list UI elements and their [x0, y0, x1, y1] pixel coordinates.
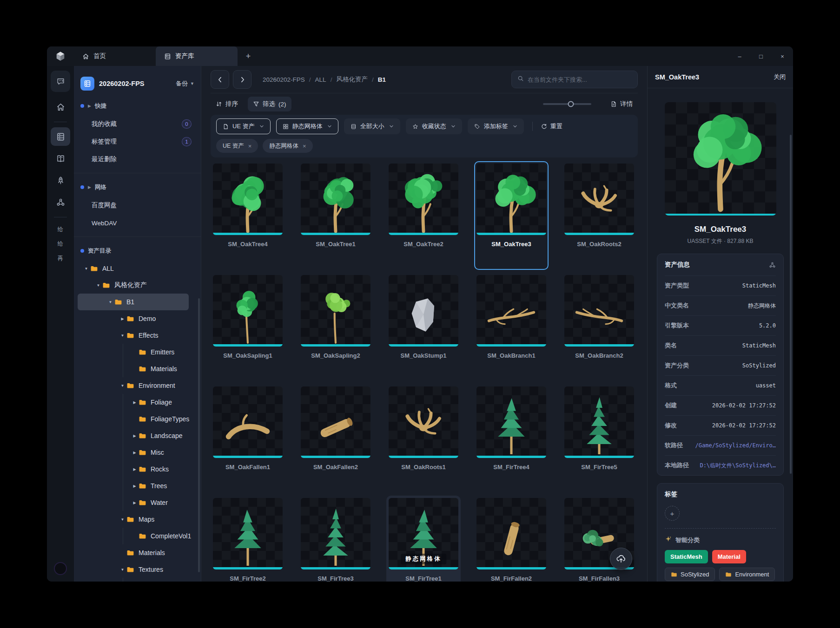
- tree-item-Materials[interactable]: Materials: [78, 544, 189, 561]
- asset-card-SM_OakTree3[interactable]: SM_OakTree3: [474, 161, 549, 270]
- asset-card-SM_OakFallen2[interactable]: SM_OakFallen2: [298, 384, 373, 493]
- asset-card-SM_OakBranch2[interactable]: SM_OakBranch2: [562, 273, 636, 381]
- tree-item-风格化资产[interactable]: ▼风格化资产: [78, 277, 189, 294]
- asset-card-SM_OakSapling1[interactable]: SM_OakSapling1: [211, 273, 285, 381]
- home-rail-button[interactable]: [51, 98, 70, 116]
- asset-card-SM_OakRoots2[interactable]: SM_OakRoots2: [562, 161, 636, 270]
- tree-item-Landscape[interactable]: ▶Landscape: [78, 427, 189, 444]
- tree-caret-icon[interactable]: ▼: [119, 384, 126, 388]
- thumbnail-size-slider[interactable]: [543, 103, 591, 105]
- asset-card-SM_OakTree2[interactable]: SM_OakTree2: [386, 161, 461, 270]
- tree-item-FoliageTypes[interactable]: FoliageTypes: [78, 411, 189, 427]
- info-value[interactable]: /Game/SoStylized/Enviro…: [688, 442, 776, 449]
- asset-card-SM_OakTree1[interactable]: SM_OakTree1: [298, 161, 373, 270]
- section-header[interactable]: ▶快捷: [74, 97, 201, 115]
- tree-caret-icon[interactable]: ▶: [131, 484, 139, 488]
- remove-chip-icon[interactable]: ×: [248, 143, 252, 150]
- rail-label-2[interactable]: 给: [58, 240, 64, 248]
- tree-caret-icon[interactable]: ▼: [94, 283, 102, 288]
- tree-caret-icon[interactable]: ▶: [131, 501, 139, 505]
- tree-item-Textures[interactable]: ▼Textures: [78, 561, 189, 578]
- network-share-button[interactable]: [51, 193, 70, 211]
- filter-size-button[interactable]: 全部大小: [344, 118, 400, 134]
- back-button[interactable]: [211, 70, 229, 89]
- tree-item-B1[interactable]: ▼B1: [78, 294, 189, 310]
- tree-caret-icon[interactable]: ▶: [131, 400, 139, 405]
- asset-library-rail-button[interactable]: [51, 127, 70, 146]
- tree-item-Materials[interactable]: Materials: [78, 360, 189, 377]
- smart-tag-SoStylized[interactable]: SoStylized: [665, 568, 715, 581]
- section-header[interactable]: ▶网络: [74, 178, 201, 196]
- asset-card-SM_FirTree4[interactable]: SM_FirTree4: [474, 384, 549, 493]
- rocket-button[interactable]: [51, 171, 70, 190]
- backup-dropdown[interactable]: 备份▼: [176, 79, 194, 88]
- asset-card-SM_OakTree4[interactable]: SM_OakTree4: [211, 161, 285, 270]
- tree-item-Effects[interactable]: ▼Effects: [78, 327, 189, 344]
- filter-chip[interactable]: 静态网格体×: [263, 139, 312, 153]
- relations-icon[interactable]: [769, 262, 776, 268]
- breadcrumb-item[interactable]: 风格化资产: [336, 75, 368, 84]
- filter-button[interactable]: 筛选 (2): [248, 97, 291, 111]
- asset-card-SM_OakRoots1[interactable]: SM_OakRoots1: [386, 384, 461, 493]
- tree-item-Trees[interactable]: ▶Trees: [78, 478, 189, 494]
- filter-chip[interactable]: UE 资产×: [216, 139, 258, 153]
- info-value[interactable]: D:\临时文件\SoStylized\…: [694, 462, 776, 470]
- tree-caret-icon[interactable]: ▼: [82, 267, 90, 271]
- tree-caret-icon[interactable]: ▶: [131, 451, 139, 455]
- tree-item-Rocks[interactable]: ▶Rocks: [78, 461, 189, 478]
- tree-caret-icon[interactable]: ▶: [119, 317, 126, 321]
- sidebar-item[interactable]: 标签管理1: [74, 133, 201, 150]
- tree-item-Environment[interactable]: ▼Environment: [78, 377, 189, 394]
- asset-card-SM_OakSapling2[interactable]: SM_OakSapling2: [298, 273, 373, 381]
- slider-knob[interactable]: [568, 101, 574, 107]
- detail-scrollbar[interactable]: [790, 135, 792, 474]
- close-detail-button[interactable]: 关闭: [774, 73, 786, 81]
- sidebar-item[interactable]: 百度网盘: [74, 196, 201, 214]
- breadcrumb-item[interactable]: B1: [378, 76, 386, 83]
- tree-item-Misc[interactable]: ▶Misc: [78, 444, 189, 461]
- add-tag-button[interactable]: +: [665, 506, 680, 521]
- tree-item-Maps[interactable]: ▼Maps: [78, 511, 189, 528]
- tree-item-Water[interactable]: ▶Water: [78, 494, 189, 511]
- smart-tag-StaticMesh[interactable]: StaticMesh: [665, 550, 708, 563]
- smart-tag-Material[interactable]: Material: [712, 550, 746, 563]
- minimize-button[interactable]: –: [729, 46, 750, 66]
- user-avatar[interactable]: [54, 562, 67, 575]
- maximize-button[interactable]: □: [750, 46, 772, 66]
- tree-caret-icon[interactable]: ▼: [119, 334, 126, 338]
- sidebar-item[interactable]: 最近删除: [74, 150, 201, 168]
- tree-item-Emitters[interactable]: Emitters: [78, 344, 189, 360]
- sidebar-item[interactable]: 我的收藏0: [74, 115, 201, 133]
- tree-caret-icon[interactable]: ▶: [131, 467, 139, 471]
- rail-label-1[interactable]: 给: [58, 226, 64, 234]
- sort-button[interactable]: 排序: [211, 97, 243, 111]
- tree-caret-icon[interactable]: ▶: [131, 434, 139, 438]
- search-box[interactable]: [511, 71, 638, 88]
- sidebar-item[interactable]: WebDAV: [74, 214, 201, 232]
- asset-card-SM_OakFallen1[interactable]: SM_OakFallen1: [211, 384, 285, 493]
- asset-card-SM_FirTree3[interactable]: SM_FirTree3: [298, 496, 373, 582]
- tree-item-Demo[interactable]: ▶Demo: [78, 310, 189, 327]
- filter-static-mesh-button[interactable]: 静态网格体: [276, 118, 338, 134]
- tree-item-Foliage[interactable]: ▶Foliage: [78, 394, 189, 411]
- tree-item-Gradients[interactable]: Gradients: [78, 578, 189, 582]
- asset-card-SM_OakStump1[interactable]: SM_OakStump1: [386, 273, 461, 381]
- details-button[interactable]: 详情: [605, 97, 638, 111]
- asset-card-SM_OakBranch1[interactable]: SM_OakBranch1: [474, 273, 549, 381]
- docs-book-button[interactable]: [51, 149, 70, 168]
- filter-ue-asset-button[interactable]: UE 资产: [216, 118, 271, 134]
- library-header[interactable]: 20260202-FPS 备份▼: [74, 71, 201, 97]
- tab-asset-library[interactable]: 资产库: [156, 46, 238, 66]
- rail-label-3[interactable]: 再: [58, 255, 64, 262]
- asset-preview[interactable]: [665, 102, 776, 216]
- tree-item-ALL[interactable]: ▼ALL: [78, 260, 189, 277]
- reset-filters-button[interactable]: 重置: [541, 122, 562, 131]
- tree-caret-icon[interactable]: ▼: [119, 517, 126, 522]
- filter-add-tag-button[interactable]: 添加标签: [468, 118, 524, 134]
- forward-button[interactable]: [233, 70, 251, 89]
- tab-home[interactable]: 首页: [74, 46, 156, 66]
- tree-caret-icon[interactable]: ▼: [119, 568, 126, 572]
- asset-card-SM_FirFallen2[interactable]: SM_FirFallen2: [474, 496, 549, 582]
- breadcrumb-item[interactable]: 20260202-FPS: [263, 76, 305, 83]
- tree-item-CompleteVol1[interactable]: CompleteVol1: [78, 528, 189, 544]
